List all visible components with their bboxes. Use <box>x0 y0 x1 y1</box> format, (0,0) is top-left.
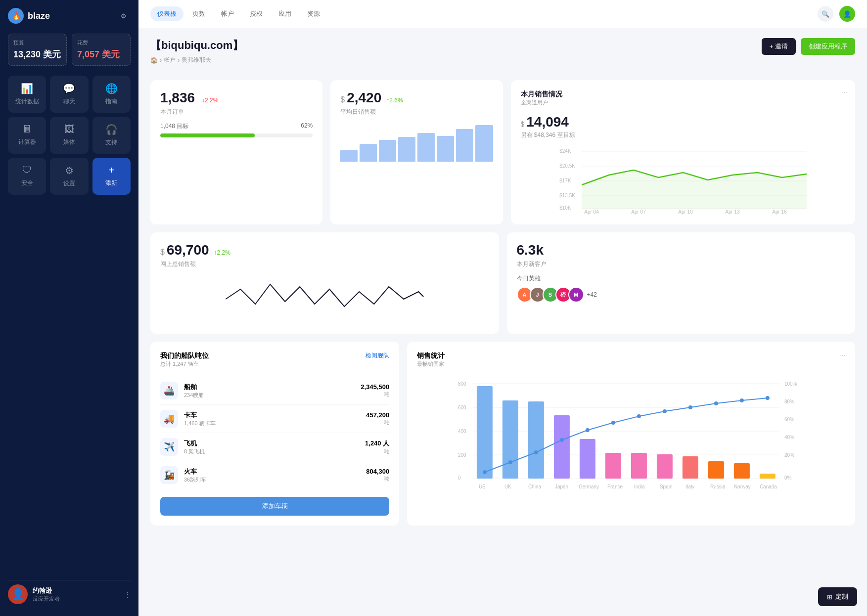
breadcrumb-account: 帐户 <box>164 56 176 64</box>
sidebar-item-stats[interactable]: 📊 统计数据 <box>8 76 46 113</box>
bar-Japan <box>554 415 570 479</box>
online-value: 69,700 <box>167 242 209 258</box>
svg-text:400: 400 <box>458 429 466 434</box>
create-app-button[interactable]: 创建应用程序 <box>801 38 855 55</box>
add-vehicle-button[interactable]: 添加车辆 <box>160 497 389 516</box>
svg-text:$24K: $24K <box>559 148 571 154</box>
bar-6 <box>437 136 454 162</box>
main-content: 仪表板 页数 帐户 授权 应用 资源 🔍 👤 【biqubiqu.com】 🏠 … <box>138 0 867 616</box>
fleet-card: 我们的船队吨位 总计 1,247 辆车 检阅舰队 🚢 船舶 234艘船 2,34… <box>150 342 399 526</box>
svg-text:60%: 60% <box>784 417 794 422</box>
svg-point-39 <box>663 409 667 413</box>
svg-point-35 <box>560 438 564 442</box>
sidebar-item-media[interactable]: 🖼 媒体 <box>50 117 88 154</box>
user-role: 反应开发者 <box>33 595 119 603</box>
user-profile-icon[interactable]: 👤 <box>839 6 855 22</box>
svg-text:80%: 80% <box>784 399 794 404</box>
progress-fill <box>160 133 255 137</box>
bar-Norway <box>734 463 750 479</box>
sidebar-item-label: 统计数据 <box>15 97 39 106</box>
fleet-truck-value: 457,200 吨 <box>366 411 389 426</box>
avg-sales-card: $ 2,420 ↑2.6% 平均日销售额 <box>330 80 502 224</box>
bottom-grid: 我们的船队吨位 总计 1,247 辆车 检阅舰队 🚢 船舶 234艘船 2,34… <box>150 342 855 526</box>
calculator-icon: 🖩 <box>22 124 32 135</box>
svg-text:US: US <box>479 484 486 489</box>
invite-button[interactable]: + 邀请 <box>762 38 796 55</box>
sidebar-item-label: 添新 <box>105 179 117 187</box>
tab-auth[interactable]: 授权 <box>243 6 270 21</box>
app-name: blaze <box>28 11 50 21</box>
svg-point-33 <box>508 460 512 464</box>
online-label: 网上总销售额 <box>160 260 489 268</box>
search-icon[interactable]: 🔍 <box>818 6 833 22</box>
sidebar-item-calculator[interactable]: 🖩 计算器 <box>8 117 46 154</box>
progress-label: 1,048 目标 <box>160 122 188 131</box>
svg-point-38 <box>637 414 641 418</box>
sidebar-settings-icon[interactable]: ⚙ <box>117 9 131 23</box>
sales-title-block: 销售统计 最畅销国家 <box>417 352 445 374</box>
topnav-actions: 🔍 👤 <box>818 6 855 22</box>
svg-text:40%: 40% <box>784 435 794 440</box>
bar-Italy <box>683 456 698 479</box>
breadcrumb-current: 奥弗维耶夫 <box>182 56 211 64</box>
card-menu-icon[interactable]: ··· <box>842 88 847 95</box>
sidebar-item-label: 聊天 <box>63 97 75 106</box>
sidebar-item-guide[interactable]: 🌐 指南 <box>92 76 131 113</box>
fleet-truck-info: 卡车 1,460 辆卡车 <box>184 411 216 427</box>
tab-pages[interactable]: 页数 <box>185 6 212 21</box>
bar-3 <box>379 140 396 162</box>
wave-chart <box>160 274 489 324</box>
svg-text:800: 800 <box>458 381 466 387</box>
tab-account[interactable]: 帐户 <box>214 6 241 21</box>
svg-text:100%: 100% <box>784 381 797 387</box>
customize-button[interactable]: ⊞ 定制 <box>818 587 857 606</box>
svg-text:$20.5K: $20.5K <box>559 163 575 169</box>
new-customers-card: 6.3k 本月新客户 今日英雄 A J S 碲 M +42 <box>507 232 856 334</box>
bar-Russia <box>708 461 724 479</box>
sidebar-item-security[interactable]: 🛡 安全 <box>8 158 46 195</box>
avg-prefix: $ <box>340 95 345 104</box>
fleet-train-value: 804,300 吨 <box>366 468 389 483</box>
svg-point-42 <box>740 398 744 402</box>
user-name: 约翰逊 <box>33 586 119 595</box>
svg-text:Germany: Germany <box>579 484 599 489</box>
svg-text:Apr 07: Apr 07 <box>631 209 646 215</box>
sales-menu-icon[interactable]: ··· <box>840 352 845 359</box>
user-menu-icon[interactable]: ⋮ <box>124 591 131 598</box>
online-sales-card: $ 69,700 ↑2.2% 网上总销售额 <box>150 232 499 334</box>
avg-change: ↑2.6% <box>386 97 403 104</box>
bar-7 <box>456 129 473 162</box>
tab-apps[interactable]: 应用 <box>272 6 298 21</box>
svg-text:India: India <box>634 484 645 489</box>
sidebar-item-support[interactable]: 🎧 支持 <box>92 117 131 154</box>
bar-5 <box>417 133 435 162</box>
svg-point-37 <box>611 421 615 425</box>
fleet-item-ship: 🚢 船舶 234艘船 2,345,500 吨 <box>160 377 389 405</box>
bar-Spain <box>657 454 673 479</box>
svg-point-40 <box>688 405 692 409</box>
media-icon: 🖼 <box>64 124 74 135</box>
security-icon: 🛡 <box>22 165 32 176</box>
svg-text:$17K: $17K <box>559 178 571 183</box>
fleet-item-plane: ✈️ 飞机 8 架飞机 1,240 人 吨 <box>160 433 389 461</box>
svg-text:Russia: Russia <box>710 484 726 489</box>
sidebar-item-add[interactable]: + 添新 <box>92 158 131 195</box>
tab-resources[interactable]: 资源 <box>300 6 327 21</box>
train-icon: 🚂 <box>160 466 178 484</box>
topnav: 仪表板 页数 帐户 授权 应用 资源 🔍 👤 <box>138 0 867 28</box>
fleet-link[interactable]: 检阅舰队 <box>365 352 389 360</box>
bar-China <box>528 401 544 479</box>
orders-label: 本月订单 <box>160 108 313 116</box>
svg-text:20%: 20% <box>784 452 794 458</box>
sidebar-item-chat[interactable]: 💬 聊天 <box>50 76 88 113</box>
sidebar-item-settings[interactable]: ⚙ 设置 <box>50 158 88 195</box>
svg-text:Apr 04: Apr 04 <box>584 209 599 215</box>
stats-row2: $ 69,700 ↑2.2% 网上总销售额 6.3k 本月新客户 今日英雄 <box>150 232 855 334</box>
orders-card: 1,836 ↓2.2% 本月订单 1,048 目标 62% <box>150 80 322 224</box>
sidebar-item-label: 指南 <box>105 97 117 106</box>
tab-dashboard[interactable]: 仪表板 <box>150 6 183 21</box>
bar-Canada <box>760 474 776 479</box>
svg-point-41 <box>714 401 718 405</box>
user-avatar: 👤 <box>8 584 28 604</box>
topnav-tabs: 仪表板 页数 帐户 授权 应用 资源 <box>150 6 327 21</box>
